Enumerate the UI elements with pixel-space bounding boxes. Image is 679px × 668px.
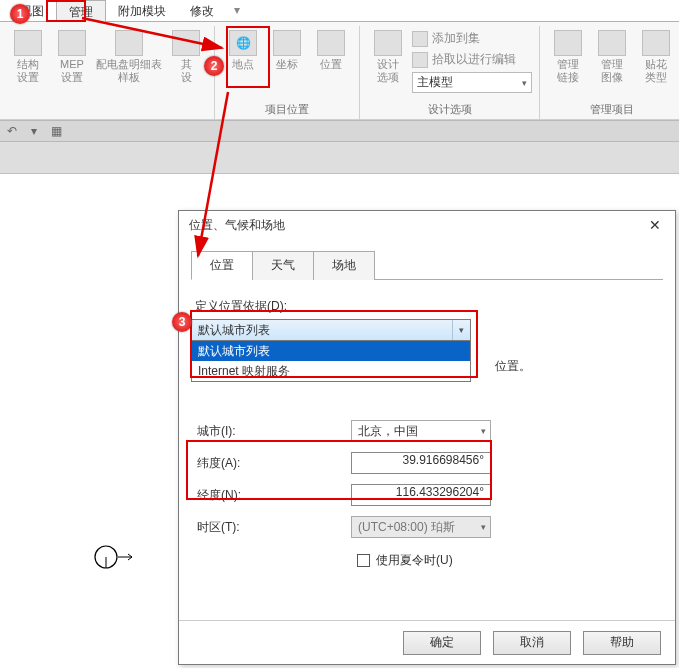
ribbon-item-decals[interactable]: 贴花 类型	[636, 30, 676, 84]
structure-icon	[14, 30, 42, 56]
timezone-label: 时区(T):	[191, 519, 351, 536]
latitude-input[interactable]: 39.916698456°	[351, 452, 491, 474]
ribbon: 结构 设置 MEP 设置 配电盘明细表 样板 其 设 🌐地点 坐标 位置 项目位…	[0, 22, 679, 120]
group-title-manage-project: 管理项目	[590, 102, 634, 119]
grid-icon[interactable]: ▦	[48, 123, 64, 139]
latitude-label: 纬度(A):	[191, 455, 351, 472]
close-button[interactable]: ✕	[641, 214, 669, 236]
dialog-footer: 确定 取消 帮助	[179, 620, 675, 664]
images-icon	[598, 30, 626, 56]
small-add-to-set[interactable]: 添加到集	[412, 30, 532, 47]
menu-tab-overflow[interactable]: ▾	[226, 0, 248, 21]
ribbon-item-links[interactable]: 管理 链接	[548, 30, 588, 84]
grey-strip	[0, 142, 679, 174]
ribbon-item-panel-schedule[interactable]: 配电盘明细表 样板	[96, 30, 162, 84]
small-pick-edit[interactable]: 拾取以进行编辑	[412, 51, 532, 68]
combo-opt-default-cities[interactable]: 默认城市列表	[192, 341, 470, 361]
help-button[interactable]: 帮助	[583, 631, 661, 655]
ribbon-item-position[interactable]: 位置	[311, 30, 351, 71]
define-by-label: 定义位置依据(D):	[195, 298, 663, 315]
schedule-icon	[115, 30, 143, 56]
dialog-body: 位置 天气 场地 定义位置依据(D): 默认城市列表 ▾ 默认城市列表 Inte…	[179, 239, 675, 620]
form-rows: 城市(I): 北京，中国▾ 纬度(A): 39.916698456° 经度(N)…	[191, 420, 663, 538]
secondary-toolbar: ↶ ▾ ▦	[0, 120, 679, 142]
ribbon-small-column: 添加到集 拾取以进行编辑 主模型▾	[412, 30, 531, 93]
dst-row[interactable]: 使用夏令时(U)	[357, 552, 663, 569]
menu-tab-manage[interactable]: 管理	[56, 0, 106, 22]
longitude-label: 经度(N):	[191, 487, 351, 504]
chevron-down-icon: ▾	[481, 522, 486, 532]
city-select[interactable]: 北京，中国▾	[351, 420, 491, 442]
decal-icon	[642, 30, 670, 56]
design-option-dropdown[interactable]: 主模型▾	[412, 72, 532, 93]
ribbon-item-images[interactable]: 管理 图像	[592, 30, 632, 84]
define-by-combo[interactable]: 默认城市列表 ▾	[191, 319, 471, 341]
city-label: 城市(I):	[191, 423, 351, 440]
ribbon-item-coords[interactable]: 坐标	[267, 30, 307, 71]
tab-site[interactable]: 场地	[313, 251, 375, 280]
ribbon-group-design-options: 设计 选项 添加到集 拾取以进行编辑 主模型▾ 设计选项	[360, 26, 540, 119]
location-dialog: 位置、气候和场地 ✕ 位置 天气 场地 定义位置依据(D): 默认城市列表 ▾ …	[178, 210, 676, 665]
callout-1: 1	[10, 4, 30, 24]
design-icon	[374, 30, 402, 56]
info-tail-text: 位置。	[495, 358, 531, 375]
dst-checkbox[interactable]	[357, 554, 370, 567]
group-title-location: 项目位置	[265, 102, 309, 119]
chevron-down-icon: ▾	[452, 320, 470, 340]
menu-tab-addins[interactable]: 附加模块	[106, 0, 178, 21]
ribbon-item-location[interactable]: 🌐地点	[223, 30, 263, 71]
globe-icon: 🌐	[229, 30, 257, 56]
combo-opt-internet-map[interactable]: Internet 映射服务	[192, 361, 470, 381]
pick-icon	[412, 52, 428, 68]
chevron-down-icon: ▾	[481, 426, 486, 436]
cancel-button[interactable]: 取消	[493, 631, 571, 655]
dialog-title: 位置、气候和场地	[189, 217, 285, 234]
dst-label: 使用夏令时(U)	[376, 552, 453, 569]
group-title-blank	[105, 105, 108, 119]
add-icon	[412, 31, 428, 47]
timezone-select: (UTC+08:00) 珀斯▾	[351, 516, 491, 538]
combo-selected-text: 默认城市列表	[192, 322, 276, 339]
position-icon	[317, 30, 345, 56]
dialog-tabs: 位置 天气 场地	[191, 251, 663, 280]
menu-tab-modify[interactable]: 修改	[178, 0, 226, 21]
ribbon-item-design-options[interactable]: 设计 选项	[368, 30, 408, 84]
undo-icon[interactable]: ↶	[4, 123, 20, 139]
ribbon-group-location: 🌐地点 坐标 位置 项目位置	[215, 26, 360, 119]
ribbon-item-mep[interactable]: MEP 设置	[52, 30, 92, 84]
menu-tabs: 视图 管理 附加模块 修改 ▾	[0, 0, 679, 22]
gear-icon	[172, 30, 200, 56]
ribbon-item-other[interactable]: 其 设	[166, 30, 206, 84]
links-icon	[554, 30, 582, 56]
ribbon-item-structure[interactable]: 结构 设置	[8, 30, 48, 84]
ok-button[interactable]: 确定	[403, 631, 481, 655]
combo-list: 默认城市列表 Internet 映射服务	[191, 341, 471, 382]
group-title-design: 设计选项	[428, 102, 472, 119]
tab-location[interactable]: 位置	[191, 251, 253, 280]
callout-2: 2	[204, 56, 224, 76]
dialog-titlebar: 位置、气候和场地 ✕	[179, 211, 675, 239]
ribbon-group-manage-project: 管理 链接 管理 图像 贴花 类型 管理项目	[540, 26, 679, 119]
drawing-cursor	[92, 542, 136, 572]
tab-weather[interactable]: 天气	[252, 251, 314, 280]
coords-icon	[273, 30, 301, 56]
mep-icon	[58, 30, 86, 56]
ribbon-group-settings: 结构 设置 MEP 设置 配电盘明细表 样板 其 设	[0, 26, 215, 119]
chevron-down-icon: ▾	[522, 78, 527, 88]
longitude-input[interactable]: 116.433296204°	[351, 484, 491, 506]
callout-3: 3	[172, 312, 192, 332]
overflow-icon[interactable]: ▾	[26, 123, 42, 139]
